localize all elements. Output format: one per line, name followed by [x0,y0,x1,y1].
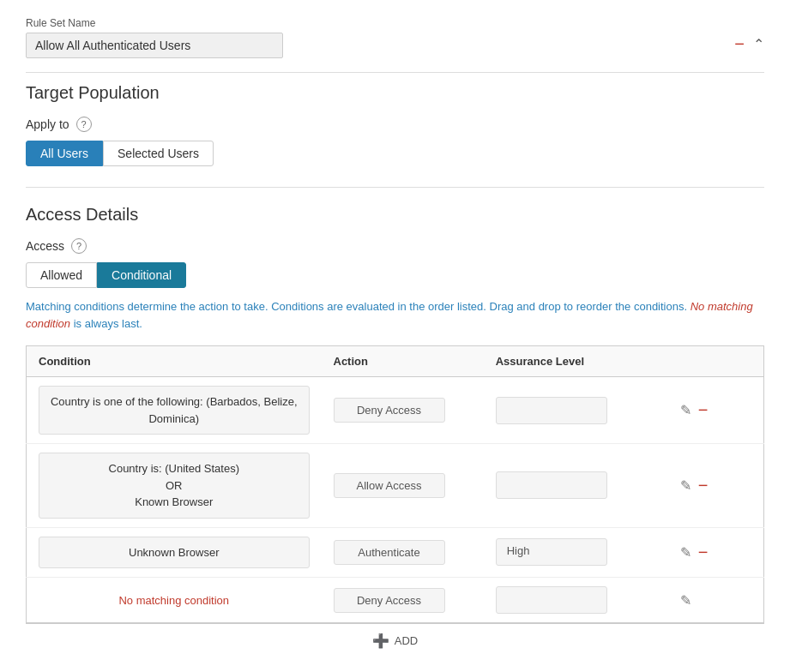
target-population-section: Target Population Apply to ? All Users S… [26,83,764,166]
conditional-button[interactable]: Conditional [97,262,186,288]
remove-ruleset-button[interactable]: − [734,34,745,54]
conditions-table: Condition Action Assurance Level Country… [26,345,764,623]
collapse-button[interactable]: ⌃ [753,36,764,52]
access-button-group: Allowed Conditional [26,262,764,288]
apply-to-button-group: All Users Selected Users [26,141,764,166]
condition-3: Unknown Browser [39,537,310,569]
table-row: Country is: (United States)ORKnown Brows… [27,444,764,528]
apply-to-help-icon[interactable]: ? [76,117,92,132]
add-row: ➕ ADD [26,623,764,657]
divider-1 [26,72,764,73]
assurance-1 [496,397,607,424]
remove-row-1-button[interactable]: − [698,400,709,420]
info-text: Matching conditions determine the action… [26,298,764,332]
edit-row-3-icon[interactable]: ✎ [680,544,691,561]
col-header-condition: Condition [27,346,322,377]
ruleset-input[interactable] [26,33,283,58]
edit-row-2-icon[interactable]: ✎ [680,477,691,494]
condition-1: Country is one of the following: (Barbad… [39,386,310,435]
assurance-2 [496,471,607,499]
ruleset-label: Rule Set Name [26,17,734,29]
col-header-icons [668,346,764,377]
divider-2 [26,187,764,188]
col-header-assurance: Assurance Level [484,346,668,377]
target-population-title: Target Population [26,83,764,103]
assurance-4 [496,586,607,614]
allowed-button[interactable]: Allowed [26,262,97,288]
access-details-title: Access Details [26,205,764,225]
add-label: ADD [395,634,418,647]
table-row: Country is one of the following: (Barbad… [27,377,764,444]
condition-2: Country is: (United States)ORKnown Brows… [39,453,310,519]
selected-users-button[interactable]: Selected Users [103,141,214,166]
remove-row-2-button[interactable]: − [698,476,709,495]
access-help-icon[interactable]: ? [71,238,87,254]
table-row: Unknown Browser Authenticate High ✎ − [27,527,764,578]
remove-row-3-button[interactable]: − [698,543,709,562]
access-label: Access [26,239,64,253]
action-1: Deny Access [334,398,445,423]
all-users-button[interactable]: All Users [26,141,103,166]
action-4: Deny Access [334,588,445,613]
action-2: Allow Access [334,473,445,498]
edit-row-4-icon[interactable]: ✎ [680,592,691,609]
assurance-3: High [496,538,607,566]
table-row: No matching condition Deny Access ✎ [27,578,764,623]
apply-to-label: Apply to [26,117,69,131]
action-3: Authenticate [334,540,445,565]
condition-4: No matching condition [39,594,310,607]
col-header-action: Action [322,346,484,377]
add-condition-button[interactable]: ➕ ADD [372,633,418,649]
access-details-section: Access Details Access ? Allowed Conditio… [26,205,764,657]
add-circle-icon: ➕ [372,633,389,649]
edit-row-1-icon[interactable]: ✎ [680,402,691,418]
